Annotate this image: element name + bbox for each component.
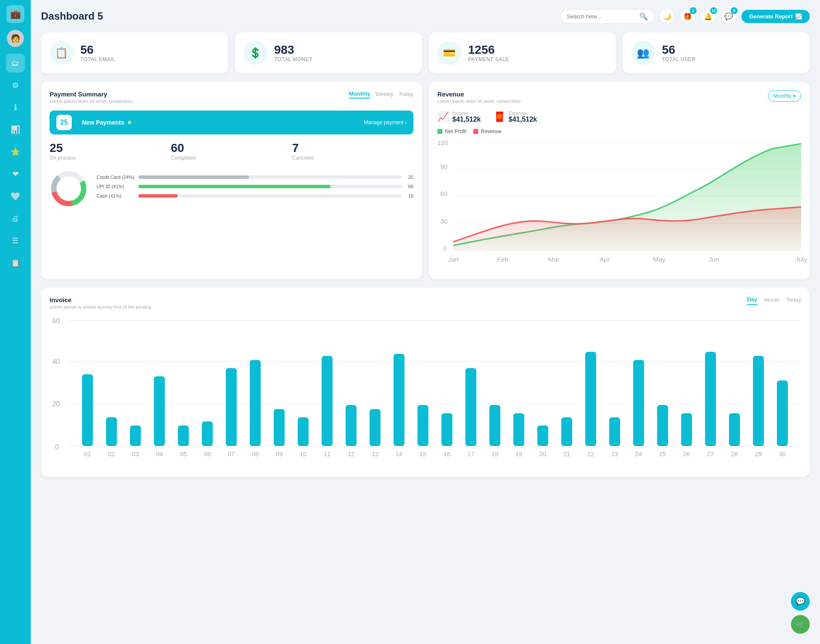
income-label: Income [452,111,481,116]
stat-card-user: 👥 56 TOTAL USER [623,32,810,73]
sidebar-item-analytics[interactable]: 📊 [6,120,25,139]
svg-text:Jan: Jan [448,256,459,263]
revenue-chart: 0 30 60 90 120 [437,138,801,271]
invoice-x-label: 18 [492,451,498,458]
invoice-tab-month[interactable]: Month [764,297,779,305]
invoice-tab-day[interactable]: Day [747,296,757,305]
svg-text:0: 0 [55,443,59,451]
invoice-x-label: 09 [276,451,283,458]
stat-completed: 60 Completed [171,141,292,161]
invoice-bar [250,360,261,446]
new-payments-label: New Payments [82,119,131,126]
invoice-tabs: Day Month Today [747,296,801,305]
main-content: Dashboard 5 🔍 🌙 🎁 2 🔔 12 💬 5 Generate Re… [31,0,820,644]
stat-value-payment: 1256 [468,44,509,57]
payment-summary-tabs: Monthly Weekly Today [349,90,413,99]
svg-text:120: 120 [437,139,448,146]
rev-stats-row: 📈 Income $41,512k 🧧 Expense $41,512k [437,111,537,123]
on-process-value: 25 [50,141,171,155]
invoice-x-label: 08 [252,451,259,458]
avatar: 🧑 [7,30,24,47]
income-info: Income $41,512k [452,111,481,123]
chart-icon: 📈 [795,13,802,20]
svg-text:Apr: Apr [600,256,610,263]
invoice-x-label: 03 [132,451,139,458]
sidebar-item-wishlist[interactable]: 🤍 [6,187,25,206]
svg-text:Jun: Jun [709,256,719,263]
sidebar-item-reports[interactable]: 📋 [6,254,25,272]
sidebar-item-info[interactable]: ℹ [6,98,25,117]
chat-btn[interactable]: 💬 5 [721,9,736,24]
invoice-x-label: 21 [563,451,570,458]
bar-fill-credit [138,175,249,179]
payment-summary-subtitle: Lorem ipsum dolor sit amet, consectetur [50,99,133,104]
stat-label-email: TOTAL EMAIL [80,56,115,62]
generate-report-button[interactable]: Generate Report 📈 [741,10,810,23]
expense-icon: 🧧 [494,111,505,122]
invoice-x-label: 17 [468,451,474,458]
stat-info-user: 56 TOTAL USER [662,44,696,63]
invoice-bar [106,417,117,446]
invoice-bar [729,413,740,446]
revenue-title-group: Revenue Lorem ipsum dolor sit amet, cons… [437,90,521,104]
stat-label-user: TOTAL USER [662,56,696,62]
giftbox-btn[interactable]: 🎁 2 [680,9,695,24]
stat-label-money: TOTAL MONEY [274,56,313,62]
invoice-bar [561,417,572,446]
sidebar-item-dashboard[interactable]: 🗂 [6,54,25,73]
tab-weekly[interactable]: Weekly [375,91,393,98]
payment-summary-header: Payment Summary Lorem ipsum dolor sit am… [50,90,413,104]
invoice-tab-today[interactable]: Today [786,297,801,305]
svg-text:May: May [653,256,665,263]
bell-btn[interactable]: 🔔 12 [700,9,716,24]
bar-label-credit: Credit Card (24%) [97,175,135,180]
sidebar-item-menu[interactable]: ☰ [6,231,25,250]
invoice-bar [777,380,788,446]
invoice-bar [537,425,548,446]
invoice-x-label: 27 [707,451,714,458]
expense-value: $41,512k [509,116,537,123]
header: Dashboard 5 🔍 🌙 🎁 2 🔔 12 💬 5 Generate Re… [41,9,810,24]
invoice-bar [466,368,477,446]
sidebar-item-likes[interactable]: ❤ [6,165,25,184]
search-input[interactable] [567,13,636,20]
theme-toggle-btn[interactable]: 🌙 [659,9,675,24]
invoice-x-label: 19 [515,451,522,458]
invoice-x-label: 30 [779,451,786,458]
sidebar-item-favorites[interactable]: ⭐ [6,143,25,161]
legend-dot-net-profit [437,129,442,134]
invoice-bar [154,376,165,446]
support-float-btn[interactable]: 💬 [791,592,810,611]
invoice-x-label: 20 [539,451,546,458]
header-right: 🔍 🌙 🎁 2 🔔 12 💬 5 Generate Report 📈 [560,9,810,24]
tab-monthly[interactable]: Monthly [349,90,370,99]
revenue-dropdown[interactable]: Monthly ▾ [768,90,801,102]
canceled-value: 7 [292,141,413,155]
invoice-subtitle: Lorem ipsum is simply dummy text of the … [50,304,151,309]
invoice-card: Invoice Lorem ipsum is simply dummy text… [41,288,810,477]
middle-row: Payment Summary Lorem ipsum dolor sit am… [41,82,810,279]
stat-value-money: 983 [274,44,313,57]
float-buttons: 💬 🛒 [791,592,810,634]
donut-svg [50,169,88,208]
bar-fill-cash [138,194,178,198]
stat-value-email: 56 [80,44,115,57]
tab-today[interactable]: Today [398,91,413,98]
payment-bottom: Credit Card (24%) 25 UPI ID (41%) 60 [50,169,413,208]
expense-info: Expense $41,512k [509,111,537,123]
cart-float-btn[interactable]: 🛒 [791,615,810,634]
revenue-area [453,207,801,251]
np-dot [128,121,131,124]
invoice-header: Invoice Lorem ipsum is simply dummy text… [50,296,801,309]
invoice-chart: 0 20 40 60 01020304050607080910111213141… [50,316,801,468]
sidebar-item-settings[interactable]: ⚙ [6,76,25,95]
search-box[interactable]: 🔍 [560,9,654,23]
legend-revenue: Revenue [473,128,501,134]
sidebar-item-print[interactable]: 🖨 [6,209,25,228]
invoice-bar [393,354,404,446]
svg-text:90: 90 [440,163,448,170]
stat-canceled: 7 Canceled [292,141,413,161]
chat-badge: 5 [731,7,738,14]
manage-payment-link[interactable]: Manage payment › [364,119,407,125]
svg-text:20: 20 [52,400,60,408]
